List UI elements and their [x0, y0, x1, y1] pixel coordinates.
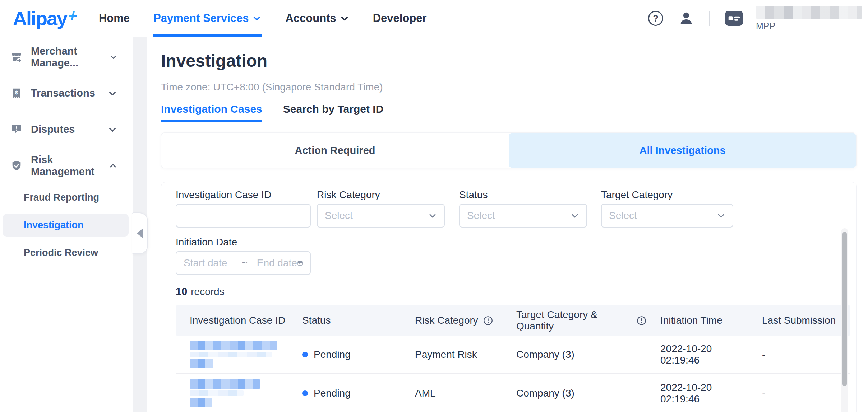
account-name-redacted: [756, 6, 862, 19]
user-icon[interactable]: [678, 10, 694, 26]
nav-developer-label: Developer: [373, 12, 427, 25]
segment-all-investigations[interactable]: All Investigations: [509, 133, 856, 168]
nav-accounts[interactable]: Accounts: [285, 0, 349, 37]
shield-check-icon: [11, 160, 22, 172]
filter-label: Status: [459, 189, 587, 200]
records-count: 10: [176, 286, 187, 298]
storefront-icon: [11, 51, 22, 63]
records-count-line: 10 records: [176, 286, 850, 298]
chevron-down-icon: [340, 14, 349, 23]
end-date-placeholder: End date: [257, 257, 297, 269]
last-submission-cell: -: [748, 349, 850, 360]
table-scrollbar-track[interactable]: [841, 228, 848, 412]
page-tabs: Investigation Cases Search by Target ID: [161, 103, 857, 122]
sidebar-collapse-button[interactable]: [132, 212, 148, 254]
nav-home[interactable]: Home: [99, 0, 130, 37]
chevron-down-icon: [108, 125, 117, 134]
segment-label: All Investigations: [639, 145, 725, 156]
alipay-logo[interactable]: Alipay +: [13, 0, 77, 37]
select-placeholder: Select: [467, 210, 495, 221]
sidebar-subitem-label: Investigation: [24, 220, 84, 231]
tab-investigation-cases[interactable]: Investigation Cases: [161, 103, 262, 122]
target-category-select[interactable]: Select: [601, 204, 733, 228]
collapse-left-triangle-icon: [137, 229, 143, 238]
filters-row-2: Initiation Date Start date ~ End date: [176, 237, 850, 275]
initiation-time-cell: 2022-10-20 02:19:46: [646, 382, 748, 405]
status-cell: Pending: [288, 349, 401, 360]
investigations-panel: Investigation Case ID Risk Category Sele…: [161, 182, 857, 412]
sidebar-item-transactions[interactable]: $ Transactions: [0, 75, 133, 111]
table-row[interactable]: Pending AML Company (3) 2022-10-20 02:19…: [176, 374, 850, 412]
column-label: Last Submission: [762, 315, 836, 326]
main-content: Investigation Time zone: UTC+8:00 (Singa…: [147, 37, 868, 412]
column-header-initiation-time: Initiation Time: [646, 315, 748, 326]
column-label: Initiation Time: [660, 315, 722, 326]
sidebar-item-risk-management[interactable]: Risk Management: [0, 148, 133, 184]
risk-category-select[interactable]: Select: [317, 204, 445, 228]
column-header-status: Status: [288, 315, 401, 326]
filter-label: Initiation Date: [176, 237, 311, 248]
case-id-redacted: [190, 379, 260, 407]
sidebar-item-label: Transactions: [31, 87, 95, 99]
initiation-time-cell: 2022-10-20 02:19:46: [646, 343, 748, 366]
nav-home-label: Home: [99, 12, 130, 25]
svg-text:$: $: [15, 90, 18, 95]
risk-category-cell: Payment Risk: [401, 349, 502, 360]
column-header-case-id: Investigation Case ID: [176, 315, 288, 326]
info-circle-icon[interactable]: [483, 316, 493, 326]
segment-action-required[interactable]: Action Required: [161, 133, 509, 168]
sidebar-subitem-fraud-reporting[interactable]: Fraud Reporting: [0, 184, 133, 211]
chevron-down-icon: [571, 211, 579, 220]
calendar-icon: [297, 258, 303, 268]
status-text: Pending: [314, 349, 351, 360]
workspace-card-icon[interactable]: [725, 11, 743, 26]
sidebar-subitem-investigation[interactable]: Investigation: [0, 211, 133, 239]
target-category-cell: Company (3): [502, 349, 646, 360]
filter-case-id: Investigation Case ID: [176, 189, 311, 228]
sidebar-item-disputes[interactable]: Disputes: [0, 111, 133, 148]
filter-risk-category: Risk Category Select: [317, 189, 445, 228]
date-range-separator: ~: [241, 257, 247, 269]
status-select[interactable]: Select: [459, 204, 587, 228]
segmented-control: Action Required All Investigations: [161, 132, 857, 168]
status-text: Pending: [314, 388, 351, 399]
chevron-down-icon: [108, 89, 117, 98]
nav-developer[interactable]: Developer: [373, 0, 427, 37]
top-right-cluster: ? MPP: [648, 0, 862, 37]
sidebar-item-label: Merchant Manage...: [31, 45, 110, 69]
nav-accounts-label: Accounts: [285, 12, 336, 25]
column-header-last-submission: Last Submission: [748, 315, 850, 326]
table-scrollbar-thumb[interactable]: [842, 232, 847, 386]
records-label: records: [191, 286, 224, 298]
table-row[interactable]: Pending Payment Risk Company (3) 2022-10…: [176, 336, 850, 374]
nav-payment-services-label: Payment Services: [153, 12, 249, 25]
sidebar: Merchant Manage... $ Transactions Disput…: [0, 37, 133, 412]
filter-status: Status Select: [459, 189, 587, 228]
case-id-cell[interactable]: [176, 341, 288, 368]
investigations-table: Investigation Case ID Status Risk Catego…: [176, 305, 850, 412]
chevron-down-icon: [110, 52, 117, 62]
case-id-input-box: [176, 204, 311, 228]
help-icon[interactable]: ?: [648, 11, 663, 26]
status-dot-icon: [302, 390, 308, 396]
sidebar-item-merchant-management[interactable]: Merchant Manage...: [0, 39, 133, 75]
case-id-cell[interactable]: [176, 379, 288, 407]
initiation-date-range-picker[interactable]: Start date ~ End date: [176, 251, 311, 275]
status-dot-icon: [302, 352, 308, 357]
dispute-bubble-icon: [11, 124, 22, 135]
filter-initiation-date: Initiation Date Start date ~ End date: [176, 237, 311, 275]
account-switcher[interactable]: MPP: [756, 6, 862, 31]
last-submission-cell: -: [748, 388, 850, 399]
tab-search-by-target-id[interactable]: Search by Target ID: [283, 103, 384, 122]
column-label: Investigation Case ID: [190, 315, 285, 326]
column-header-risk-category: Risk Category: [401, 315, 502, 326]
filters-row-1: Investigation Case ID Risk Category Sele…: [176, 189, 850, 228]
select-placeholder: Select: [609, 210, 637, 221]
sidebar-subitem-periodic-review[interactable]: Periodic Review: [0, 239, 133, 267]
case-id-input[interactable]: [184, 205, 303, 227]
info-circle-icon[interactable]: [637, 316, 646, 326]
alipay-logo-text: Alipay: [13, 7, 67, 29]
column-label: Target Category & Quantity: [516, 309, 632, 332]
segment-label: Action Required: [295, 145, 375, 156]
nav-payment-services[interactable]: Payment Services: [153, 0, 262, 37]
